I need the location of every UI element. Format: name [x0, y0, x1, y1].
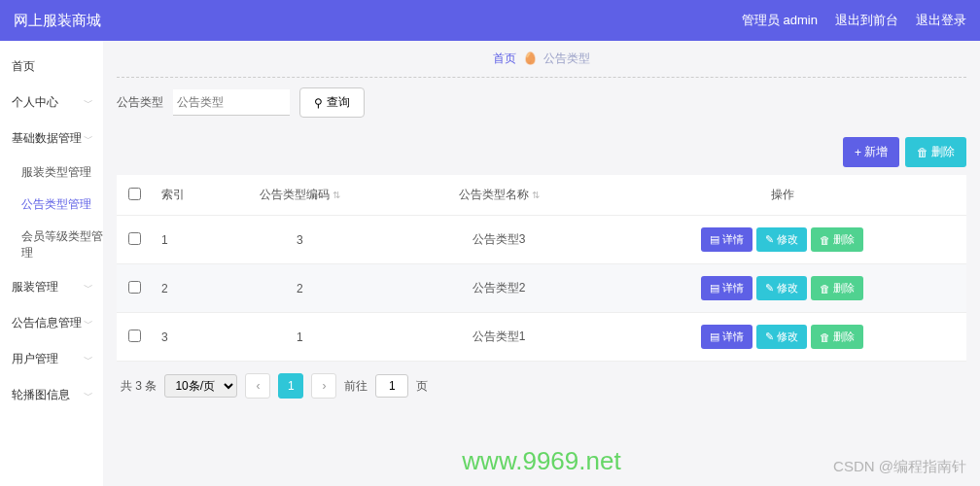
data-table: 索引 公告类型编码⇅ 公告类型名称⇅ 操作 13公告类型3▤ 详情✎ 修改🗑 删…	[117, 175, 966, 362]
chevron-down-icon: ﹀	[84, 317, 93, 330]
search-label: 公告类型	[117, 94, 163, 111]
doc-icon: ▤	[710, 282, 719, 295]
search-input[interactable]	[173, 89, 290, 116]
edit-icon: ✎	[765, 282, 774, 295]
delete-button-label: 删除	[931, 144, 955, 160]
admin-label[interactable]: 管理员 admin	[742, 12, 818, 29]
sidebar-item-notice[interactable]: 公告信息管理 ﹀	[0, 305, 103, 341]
plus-icon: +	[855, 146, 861, 159]
col-ops: 操作	[599, 175, 967, 216]
sidebar-item-label: 首页	[12, 58, 35, 75]
col-name-label: 公告类型名称	[459, 188, 529, 201]
edit-button[interactable]: ✎ 修改	[756, 227, 807, 252]
chevron-down-icon: ﹀	[84, 281, 93, 295]
cell-code: 1	[200, 313, 400, 362]
col-code[interactable]: 公告类型编码⇅	[200, 175, 400, 216]
cell-index: 2	[152, 264, 200, 313]
edit-button[interactable]: ✎ 修改	[756, 325, 807, 349]
select-all-checkbox[interactable]	[128, 188, 141, 200]
exit-front-button[interactable]: 退出到前台	[835, 12, 898, 29]
row-actions: ▤ 详情✎ 修改🗑 删除	[607, 325, 960, 349]
sidebar-sub-member-level[interactable]: 会员等级类型管理	[0, 221, 103, 269]
row-checkbox[interactable]	[128, 330, 141, 342]
col-name[interactable]: 公告类型名称⇅	[400, 175, 599, 216]
pager-goto-input[interactable]	[375, 374, 408, 398]
search-button[interactable]: ⚲ 查询	[299, 87, 365, 118]
sort-icon: ⇅	[532, 190, 540, 200]
sidebar-item-home[interactable]: 首页	[0, 49, 103, 85]
pager-prev-button[interactable]: ‹	[245, 373, 270, 399]
chevron-down-icon: ﹀	[84, 96, 93, 110]
row-delete-button[interactable]: 🗑 删除	[811, 227, 863, 252]
sidebar-item-label: 基础数据管理	[12, 130, 82, 147]
topbar-actions: 管理员 admin 退出到前台 退出登录	[742, 12, 966, 29]
top-bar: 网上服装商城 管理员 admin 退出到前台 退出登录	[0, 0, 980, 41]
cell-index: 3	[152, 313, 200, 362]
table-header-row: 索引 公告类型编码⇅ 公告类型名称⇅ 操作	[117, 175, 966, 216]
pager-next-button[interactable]: ›	[311, 373, 336, 399]
table-row: 13公告类型3▤ 详情✎ 修改🗑 删除	[117, 216, 966, 264]
trash-icon: 🗑	[820, 283, 830, 295]
add-button[interactable]: + 新增	[843, 137, 899, 167]
trash-icon: 🗑	[820, 234, 830, 246]
pagination: 共 3 条 10条/页 ‹ 1 › 前往 页	[117, 362, 966, 410]
edit-button[interactable]: ✎ 修改	[756, 276, 807, 300]
row-delete-button[interactable]: 🗑 删除	[811, 276, 863, 300]
breadcrumb: 首页 🥚 公告类型	[117, 41, 966, 78]
cell-name: 公告类型3	[400, 216, 599, 264]
trash-icon: 🗑	[820, 331, 830, 343]
sidebar-item-clothes[interactable]: 服装管理 ﹀	[0, 269, 103, 305]
detail-button[interactable]: ▤ 详情	[701, 325, 752, 349]
sidebar-item-label: 个人中心	[12, 94, 58, 111]
row-actions: ▤ 详情✎ 修改🗑 删除	[607, 227, 960, 252]
pager-goto-label: 前往	[344, 378, 368, 395]
sidebar-item-profile[interactable]: 个人中心 ﹀	[0, 85, 103, 121]
cell-code: 3	[200, 216, 400, 264]
sidebar-item-basedata[interactable]: 基础数据管理 ﹀	[0, 121, 103, 156]
sidebar-item-user[interactable]: 用户管理 ﹀	[0, 341, 103, 377]
add-button-label: 新增	[864, 144, 888, 160]
logout-button[interactable]: 退出登录	[916, 12, 966, 29]
col-index: 索引	[152, 175, 200, 216]
edit-icon: ✎	[765, 330, 774, 343]
trash-icon: 🗑	[917, 146, 928, 159]
sidebar-sub-clothes-type[interactable]: 服装类型管理	[0, 156, 103, 189]
row-checkbox[interactable]	[128, 232, 141, 245]
egg-icon: 🥚	[523, 52, 538, 65]
sidebar-sub-notice-type[interactable]: 公告类型管理	[0, 189, 103, 221]
action-bar: + 新增 🗑 删除	[117, 137, 966, 167]
watermark-csdn: CSDN @编程指南针	[833, 458, 966, 476]
doc-icon: ▤	[710, 330, 719, 343]
row-actions: ▤ 详情✎ 修改🗑 删除	[607, 276, 960, 300]
sort-icon: ⇅	[332, 190, 340, 200]
chevron-down-icon: ﹀	[84, 132, 93, 146]
sidebar-item-banner[interactable]: 轮播图信息 ﹀	[0, 377, 103, 413]
detail-button[interactable]: ▤ 详情	[701, 276, 752, 300]
row-checkbox[interactable]	[128, 281, 141, 294]
cell-index: 1	[152, 216, 200, 264]
pager-page-1[interactable]: 1	[278, 373, 303, 399]
delete-button[interactable]: 🗑 删除	[905, 137, 966, 167]
brand-title: 网上服装商城	[14, 12, 101, 30]
watermark-url: www.9969.net	[462, 446, 620, 476]
sidebar-item-label: 用户管理	[12, 351, 58, 367]
chevron-down-icon: ﹀	[84, 353, 93, 366]
table-row: 22公告类型2▤ 详情✎ 修改🗑 删除	[117, 264, 966, 313]
sidebar-item-label: 服装管理	[12, 279, 58, 295]
cell-name: 公告类型2	[400, 264, 599, 313]
page-size-select[interactable]: 10条/页	[164, 374, 237, 398]
main-content: 首页 🥚 公告类型 公告类型 ⚲ 查询 + 新增 🗑 删除	[103, 41, 980, 486]
pager-goto-suffix: 页	[416, 378, 428, 395]
row-delete-button[interactable]: 🗑 删除	[811, 325, 863, 349]
crumb-home[interactable]: 首页	[493, 52, 516, 65]
search-bar: 公告类型 ⚲ 查询	[117, 87, 966, 118]
sidebar-item-label: 公告信息管理	[12, 315, 82, 331]
pager-total: 共 3 条	[121, 378, 157, 395]
sidebar-item-label: 轮播图信息	[12, 387, 70, 403]
detail-button[interactable]: ▤ 详情	[701, 227, 752, 252]
chevron-down-icon: ﹀	[84, 389, 93, 402]
edit-icon: ✎	[765, 233, 774, 246]
crumb-current: 公告类型	[543, 52, 590, 65]
sidebar: 首页 个人中心 ﹀ 基础数据管理 ﹀ 服装类型管理 公告类型管理 会员等级类型管…	[0, 41, 103, 486]
cell-code: 2	[200, 264, 400, 313]
